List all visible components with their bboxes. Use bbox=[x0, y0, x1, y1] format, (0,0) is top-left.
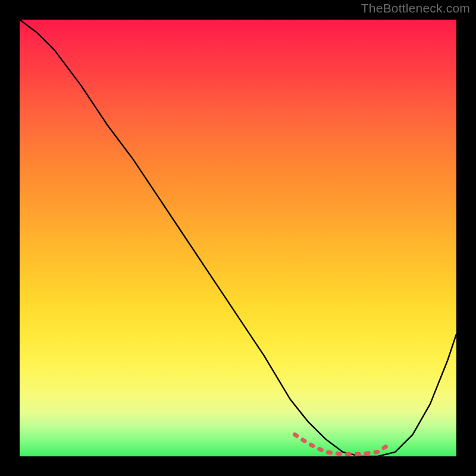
watermark-text: TheBottleneck.com bbox=[361, 1, 470, 15]
chart-frame: TheBottleneck.com bbox=[0, 0, 476, 476]
plot-area bbox=[20, 20, 456, 456]
curve-layer bbox=[20, 20, 456, 456]
bottleneck-curve bbox=[20, 20, 456, 456]
